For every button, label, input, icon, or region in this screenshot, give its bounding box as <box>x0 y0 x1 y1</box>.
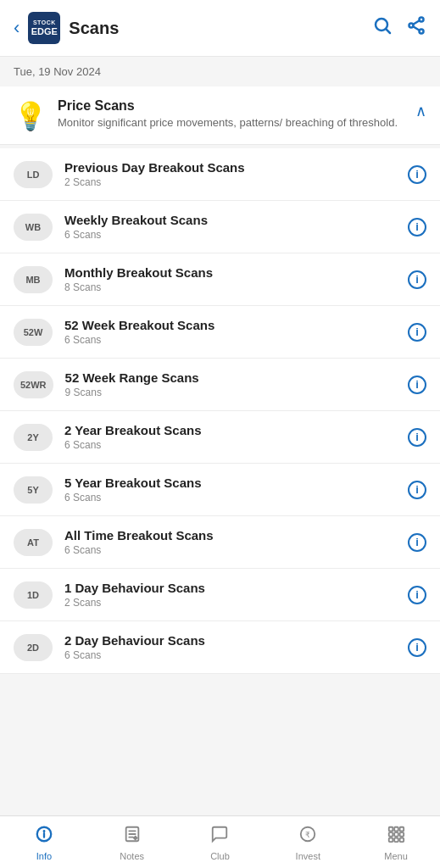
svg-line-6 <box>413 26 419 30</box>
info-icon[interactable]: i <box>408 218 426 236</box>
svg-rect-22 <box>389 838 393 843</box>
share-icon[interactable] <box>406 15 426 41</box>
scan-count: 8 Scans <box>64 281 408 293</box>
scan-count: 9 Scans <box>65 387 408 398</box>
club-nav-icon <box>210 825 229 849</box>
scan-badge: 2Y <box>14 424 53 451</box>
notes-nav-icon <box>123 825 142 849</box>
nav-item-club[interactable]: Club <box>176 816 265 868</box>
svg-rect-16 <box>389 827 393 832</box>
scan-count: 6 Scans <box>64 229 408 241</box>
scan-badge: AT <box>14 529 53 556</box>
date-bar: Tue, 19 Nov 2024 <box>0 57 440 86</box>
menu-nav-label: Menu <box>384 851 408 861</box>
scan-name: 2 Day Behaviour Scans <box>64 633 408 648</box>
scan-item[interactable]: AT All Time Breakout Scans 6 Scans i <box>0 516 440 569</box>
info-icon[interactable]: i <box>408 323 426 342</box>
info-icon[interactable]: i <box>408 270 426 289</box>
scan-item[interactable]: LD Previous Day Breakout Scans 2 Scans i <box>0 148 440 201</box>
scan-badge: WB <box>14 214 53 241</box>
svg-rect-19 <box>389 832 393 837</box>
search-icon[interactable] <box>372 15 393 41</box>
scan-badge: 1D <box>14 581 53 609</box>
scan-item[interactable]: 52W 52 Week Breakout Scans 6 Scans i <box>0 306 440 359</box>
section-description: Monitor significant price movements, pat… <box>58 115 415 131</box>
scan-count: 6 Scans <box>64 544 408 556</box>
section-icon: 💡 <box>14 100 47 132</box>
scan-count: 2 Scans <box>64 597 408 609</box>
scan-item[interactable]: 2D 2 Day Behaviour Scans 6 Scans i <box>0 621 440 674</box>
back-button[interactable]: ‹ <box>14 17 19 39</box>
svg-line-5 <box>413 20 419 24</box>
scan-name: 1 Day Behaviour Scans <box>64 581 408 595</box>
nav-item-info[interactable]: Info <box>0 816 88 868</box>
scan-list: LD Previous Day Breakout Scans 2 Scans i… <box>0 148 440 674</box>
scan-name: 2 Year Breakout Scans <box>64 423 408 437</box>
section-title: Price Scans <box>58 98 415 114</box>
scan-badge: 2D <box>14 634 53 661</box>
header-actions <box>372 15 426 41</box>
svg-rect-21 <box>400 832 404 837</box>
invest-nav-label: Invest <box>296 851 320 861</box>
nav-item-invest[interactable]: ₹ Invest <box>264 816 352 868</box>
svg-rect-17 <box>394 827 398 832</box>
nav-item-menu[interactable]: Menu <box>352 816 440 868</box>
info-icon[interactable]: i <box>408 638 426 657</box>
scan-count: 6 Scans <box>64 439 408 451</box>
menu-nav-icon <box>387 825 405 849</box>
scan-count: 6 Scans <box>64 649 408 661</box>
page-title: Scans <box>69 19 372 38</box>
scan-item[interactable]: 52WR 52 Week Range Scans 9 Scans i <box>0 359 440 411</box>
info-icon[interactable]: i <box>408 428 426 447</box>
svg-line-1 <box>387 30 390 33</box>
scan-item[interactable]: WB Weekly Breakout Scans 6 Scans i <box>0 201 440 253</box>
app-header: ‹ STOCK EDGE Scans <box>0 0 440 57</box>
club-nav-label: Club <box>210 851 230 861</box>
scan-badge: 52W <box>14 319 53 346</box>
scan-name: Weekly Breakout Scans <box>64 213 408 227</box>
collapse-button[interactable]: ∧ <box>415 102 426 120</box>
current-date: Tue, 19 Nov 2024 <box>14 65 101 78</box>
scan-item[interactable]: 5Y 5 Year Breakout Scans 6 Scans i <box>0 464 440 516</box>
scan-name: 52 Week Breakout Scans <box>64 318 408 332</box>
scan-item[interactable]: 1D 1 Day Behaviour Scans 2 Scans i <box>0 569 440 621</box>
scan-badge: 5Y <box>14 476 53 504</box>
info-nav-icon <box>35 825 53 849</box>
info-icon[interactable]: i <box>408 376 426 394</box>
info-icon[interactable]: i <box>408 481 426 499</box>
bottom-navigation: Info Notes Club ₹ Invest Menu <box>0 815 440 868</box>
info-icon[interactable]: i <box>408 533 426 552</box>
invest-nav-icon: ₹ <box>298 825 317 849</box>
scan-count: 6 Scans <box>64 334 408 346</box>
scan-name: Monthly Breakout Scans <box>64 265 408 280</box>
nav-item-notes[interactable]: Notes <box>88 816 176 868</box>
info-nav-label: Info <box>36 851 52 861</box>
app-logo: STOCK EDGE <box>28 12 60 44</box>
section-header: 💡 Price Scans Monitor significant price … <box>0 86 440 145</box>
scan-item[interactable]: 2Y 2 Year Breakout Scans 6 Scans i <box>0 411 440 464</box>
svg-rect-18 <box>400 827 404 832</box>
main-content: Tue, 19 Nov 2024 💡 Price Scans Monitor s… <box>0 57 440 735</box>
scan-name: All Time Breakout Scans <box>64 528 408 542</box>
scan-badge: LD <box>14 161 53 188</box>
scan-badge: 52WR <box>14 371 53 398</box>
svg-rect-20 <box>394 832 398 837</box>
scan-name: 52 Week Range Scans <box>65 370 408 385</box>
scan-count: 2 Scans <box>64 176 408 188</box>
scan-name: Previous Day Breakout Scans <box>64 160 408 175</box>
info-icon[interactable]: i <box>408 586 426 604</box>
svg-text:₹: ₹ <box>305 831 310 839</box>
scan-name: 5 Year Breakout Scans <box>64 476 408 490</box>
notes-nav-label: Notes <box>120 851 144 861</box>
scan-count: 6 Scans <box>64 492 408 504</box>
svg-rect-23 <box>394 838 398 843</box>
info-icon[interactable]: i <box>408 165 426 184</box>
svg-rect-24 <box>400 838 404 843</box>
scan-badge: MB <box>14 266 53 293</box>
scan-item[interactable]: MB Monthly Breakout Scans 8 Scans i <box>0 253 440 306</box>
